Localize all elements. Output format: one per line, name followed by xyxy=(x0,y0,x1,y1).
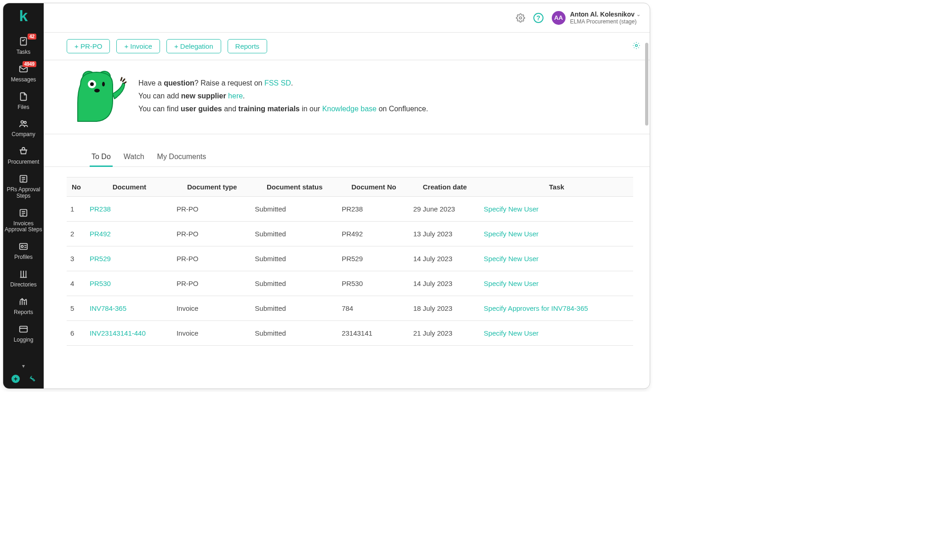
svg-point-14 xyxy=(90,82,94,86)
col-date[interactable]: Creation date xyxy=(410,177,480,197)
document-link[interactable]: PR238 xyxy=(90,205,111,213)
tab-my-documents[interactable]: My Documents xyxy=(155,153,208,166)
text: on Confluence. xyxy=(377,105,428,113)
tab-watch[interactable]: Watch xyxy=(122,153,146,166)
new-delegation-button[interactable]: + Delegation xyxy=(166,39,221,53)
sidebar-item-prs-approval[interactable]: PRs Approval Steps xyxy=(3,169,44,203)
text: You can add xyxy=(138,92,181,100)
sidebar-item-label: Directories xyxy=(10,282,36,288)
cell-no: 4 xyxy=(67,271,86,296)
document-link[interactable]: INV23143141-440 xyxy=(90,329,146,337)
cell-no: 6 xyxy=(67,321,86,346)
table-row: 5INV784-365InvoiceSubmitted78418 July 20… xyxy=(67,296,633,321)
panel-gear-icon[interactable] xyxy=(632,41,641,51)
sidebar-item-label: Reports xyxy=(14,309,33,316)
cell-type: Invoice xyxy=(173,296,251,321)
col-type[interactable]: Document type xyxy=(173,177,251,197)
sidebar-item-company[interactable]: Company xyxy=(3,114,44,142)
topbar: ? AA Anton Al. Kolesnikov ⌄ ELMA Procure… xyxy=(44,3,650,33)
col-task[interactable]: Task xyxy=(480,177,633,197)
cell-date: 13 July 2023 xyxy=(410,222,480,246)
wrench-icon[interactable] xyxy=(27,374,35,384)
sidebar-item-messages[interactable]: 4949 Messages xyxy=(3,59,44,87)
sidebar-item-reports[interactable]: Reports xyxy=(3,292,44,320)
sidebar-item-profiles[interactable]: Profiles xyxy=(3,237,44,264)
col-document[interactable]: Document xyxy=(86,177,173,197)
cell-docno: PR492 xyxy=(338,222,410,246)
files-icon xyxy=(17,91,29,103)
new-prpo-button[interactable]: + PR-PO xyxy=(67,39,110,53)
svg-point-10 xyxy=(635,44,638,46)
cell-docno: 784 xyxy=(338,296,410,321)
text: in our xyxy=(300,105,322,113)
sidebar-item-procurement[interactable]: Procurement xyxy=(3,142,44,169)
document-link[interactable]: PR530 xyxy=(90,280,111,287)
svg-point-9 xyxy=(519,17,521,19)
help-icon[interactable]: ? xyxy=(533,13,543,23)
cell-status: Submitted xyxy=(251,222,338,246)
tab-todo[interactable]: To Do xyxy=(90,153,113,166)
cell-status: Submitted xyxy=(251,321,338,346)
sidebar-item-label: Logging xyxy=(14,337,34,343)
scrollbar[interactable] xyxy=(644,33,649,389)
document-link[interactable]: INV784-365 xyxy=(90,304,126,312)
knowledge-base-link[interactable]: Knowledge base xyxy=(322,105,377,113)
cell-docno: PR238 xyxy=(338,197,410,222)
svg-line-18 xyxy=(123,79,125,81)
text: and xyxy=(222,105,239,113)
directories-icon xyxy=(17,268,29,280)
sidebar-item-label: Messages xyxy=(11,77,36,83)
sidebar: k 42 Tasks 4949 Messages Files xyxy=(3,3,44,389)
cell-date: 14 July 2023 xyxy=(410,271,480,296)
col-docno[interactable]: Document No xyxy=(338,177,410,197)
cell-type: PR-PO xyxy=(173,222,251,246)
svg-line-19 xyxy=(124,82,126,83)
text: question xyxy=(164,79,194,87)
sidebar-item-label: PRs Approval Steps xyxy=(3,187,44,200)
sidebar-item-files[interactable]: Files xyxy=(3,87,44,114)
cell-docno: PR530 xyxy=(338,271,410,296)
app-shell: k 42 Tasks 4949 Messages Files xyxy=(3,3,650,389)
sidebar-item-tasks[interactable]: 42 Tasks xyxy=(3,32,44,59)
sidebar-item-label: Profiles xyxy=(14,254,33,261)
list-approval-icon xyxy=(17,207,29,219)
document-link[interactable]: PR529 xyxy=(90,255,111,263)
content: + PR-PO + Invoice + Delegation Reports xyxy=(44,33,650,389)
task-link[interactable]: Specify Approvers for INV784-365 xyxy=(484,304,588,312)
sidebar-footer: ▾ + xyxy=(3,363,44,389)
cell-no: 1 xyxy=(67,197,86,222)
col-no[interactable]: No xyxy=(67,177,86,197)
sidebar-item-directories[interactable]: Directories xyxy=(3,264,44,292)
list-approval-icon xyxy=(17,173,29,185)
cell-date: 14 July 2023 xyxy=(410,246,480,271)
sidebar-item-invoices-approval[interactable]: Invoices Approval Steps xyxy=(3,203,44,237)
chevron-down-icon: ⌄ xyxy=(636,11,641,17)
task-link[interactable]: Specify New User xyxy=(484,255,538,263)
action-row: + PR-PO + Invoice + Delegation Reports xyxy=(44,33,650,60)
user-menu[interactable]: AA Anton Al. Kolesnikov ⌄ ELMA Procureme… xyxy=(552,11,641,25)
reports-button[interactable]: Reports xyxy=(228,39,268,53)
chevron-down-icon[interactable]: ▾ xyxy=(22,363,25,369)
sidebar-item-label: Tasks xyxy=(17,49,31,56)
brand-logo[interactable]: k xyxy=(19,8,28,23)
user-subtitle: ELMA Procurement (stage) xyxy=(570,18,641,25)
new-invoice-button[interactable]: + Invoice xyxy=(116,39,160,53)
table-row: 6INV23143141-440InvoiceSubmitted23143141… xyxy=(67,321,633,346)
task-link[interactable]: Specify New User xyxy=(484,230,538,238)
text: . xyxy=(243,92,245,100)
sidebar-item-label: Files xyxy=(17,104,29,111)
fss-sd-link[interactable]: FSS SD xyxy=(264,79,291,87)
cell-no: 2 xyxy=(67,222,86,246)
task-link[interactable]: Specify New User xyxy=(484,280,538,287)
svg-rect-0 xyxy=(21,38,27,46)
document-link[interactable]: PR492 xyxy=(90,230,111,238)
gear-icon[interactable] xyxy=(516,13,525,23)
task-link[interactable]: Specify New User xyxy=(484,205,538,213)
add-button[interactable]: + xyxy=(11,375,20,383)
sidebar-item-label: Company xyxy=(11,131,35,138)
task-link[interactable]: Specify New User xyxy=(484,329,538,337)
col-status[interactable]: Document status xyxy=(251,177,338,197)
main: ? AA Anton Al. Kolesnikov ⌄ ELMA Procure… xyxy=(44,3,650,389)
sidebar-item-logging[interactable]: Logging xyxy=(3,320,44,347)
new-supplier-link[interactable]: here xyxy=(228,92,243,100)
